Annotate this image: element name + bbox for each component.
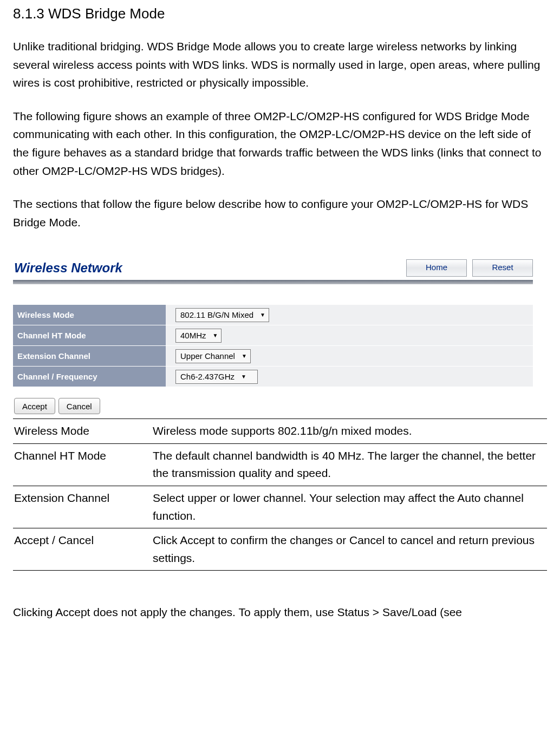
description-table: Wireless Mode Wireless mode supports 802…: [13, 418, 547, 571]
table-row: Channel HT Mode The default channel band…: [13, 443, 547, 486]
chevron-down-icon: ▼: [241, 374, 246, 380]
select-wireless-mode-value: 802.11 B/G/N Mixed: [180, 310, 253, 319]
label-wireless-mode: Wireless Mode: [13, 305, 166, 325]
home-button[interactable]: Home: [406, 259, 467, 277]
desc-value: Click Accept to confirm the changes or C…: [152, 528, 547, 571]
cancel-button[interactable]: Cancel: [58, 398, 100, 414]
desc-value: Wireless mode supports 802.11b/g/n mixed…: [152, 419, 547, 444]
label-extension-channel: Extension Channel: [13, 346, 166, 367]
reset-button[interactable]: Reset: [472, 259, 533, 277]
wireless-network-panel: Wireless Network Home Reset Wireless Mod…: [13, 258, 533, 414]
paragraph-2: The following figure shows an example of…: [13, 107, 547, 180]
table-row: Wireless Mode Wireless mode supports 802…: [13, 419, 547, 444]
select-extension-channel[interactable]: Upper Channel ▼: [175, 349, 251, 363]
select-channel-frequency-value: Ch6-2.437GHz: [180, 372, 235, 381]
panel-divider: [13, 280, 533, 284]
chevron-down-icon: ▼: [213, 332, 218, 338]
desc-key: Wireless Mode: [13, 419, 152, 444]
desc-key: Accept / Cancel: [13, 528, 152, 571]
chevron-down-icon: ▼: [260, 312, 265, 318]
paragraph-3: The sections that follow the figure belo…: [13, 195, 547, 231]
footnote: Clicking Accept does not apply the chang…: [13, 603, 547, 622]
select-channel-ht-mode[interactable]: 40MHz ▼: [175, 329, 222, 343]
select-extension-channel-value: Upper Channel: [180, 351, 235, 361]
desc-key: Channel HT Mode: [13, 443, 152, 486]
panel-title: Wireless Network: [14, 260, 122, 276]
label-channel-frequency: Channel / Frequency: [13, 367, 166, 387]
label-channel-ht-mode: Channel HT Mode: [13, 325, 166, 346]
select-channel-frequency[interactable]: Ch6-2.437GHz ▼: [175, 370, 258, 384]
accept-button[interactable]: Accept: [14, 398, 55, 414]
table-row: Accept / Cancel Click Accept to confirm …: [13, 528, 547, 571]
table-row: Extension Channel Select upper or lower …: [13, 486, 547, 528]
section-heading: 8.1.3 WDS Bridge Mode: [13, 5, 547, 22]
desc-value: The default channel bandwidth is 40 MHz.…: [152, 443, 547, 486]
select-wireless-mode[interactable]: 802.11 B/G/N Mixed ▼: [175, 308, 269, 322]
desc-key: Extension Channel: [13, 486, 152, 528]
chevron-down-icon: ▼: [242, 353, 247, 359]
select-channel-ht-mode-value: 40MHz: [180, 331, 206, 340]
paragraph-1: Unlike traditional bridging. WDS Bridge …: [13, 37, 547, 92]
desc-value: Select upper or lower channel. Your sele…: [152, 486, 547, 528]
